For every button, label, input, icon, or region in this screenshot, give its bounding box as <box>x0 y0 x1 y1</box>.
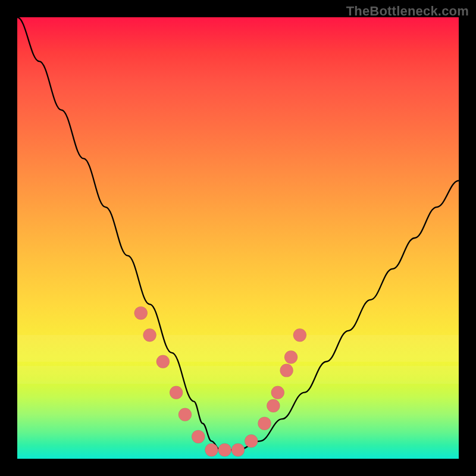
data-point <box>178 408 192 421</box>
data-point <box>284 350 298 364</box>
data-point <box>143 328 156 342</box>
data-point <box>170 386 183 399</box>
data-point <box>293 328 306 342</box>
data-point <box>267 399 280 412</box>
data-point <box>258 417 271 430</box>
data-point <box>271 386 284 399</box>
chart-area <box>17 17 459 459</box>
data-point <box>156 355 170 368</box>
data-point <box>205 443 218 456</box>
data-point <box>245 434 258 447</box>
data-point <box>280 364 293 377</box>
data-point <box>192 430 205 443</box>
data-point <box>231 443 245 456</box>
points-svg <box>17 17 459 459</box>
scatter-points <box>134 306 306 456</box>
data-point <box>218 443 231 456</box>
data-point <box>134 306 148 320</box>
